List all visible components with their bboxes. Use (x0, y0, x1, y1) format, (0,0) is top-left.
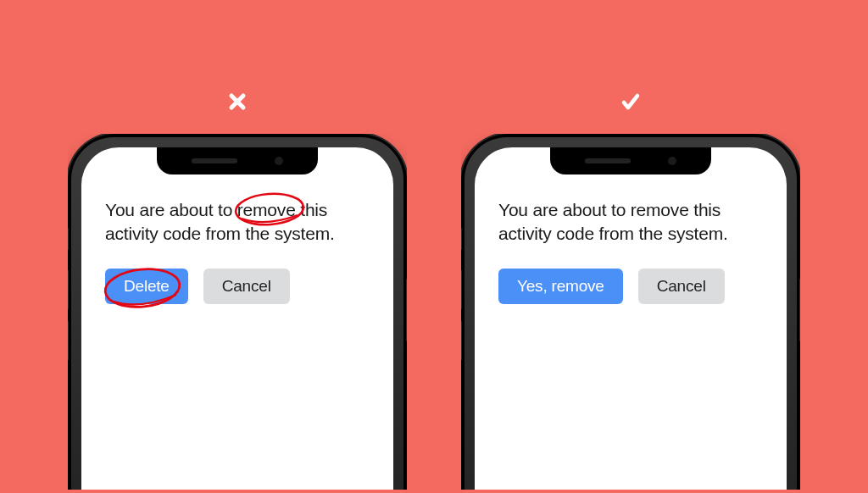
delete-button[interactable]: Delete (105, 269, 188, 304)
phone-mockup-correct: You are about to remove this activity co… (461, 134, 800, 490)
dialog-message: You are about to remove this activity co… (105, 198, 370, 246)
incorrect-mark-icon (228, 85, 247, 119)
confirmation-dialog: You are about to remove this activity co… (498, 198, 763, 304)
dialog-button-row: Delete Cancel (105, 269, 370, 304)
cancel-button[interactable]: Cancel (638, 269, 725, 304)
volume-up-button (461, 269, 462, 310)
camera-icon (668, 157, 676, 165)
phone-screen: You are about to remove this activity co… (475, 147, 787, 490)
volume-up-button (68, 269, 69, 310)
power-button (406, 278, 407, 342)
phone-screen: You are about to remove this activity co… (81, 147, 393, 490)
dialog-message: You are about to remove this activity co… (498, 198, 763, 246)
correct-mark-icon (620, 85, 641, 119)
volume-down-button (461, 320, 462, 361)
yes-remove-button[interactable]: Yes, remove (498, 269, 623, 304)
incorrect-column: You are about to remove this activity co… (68, 85, 407, 490)
power-button (799, 278, 800, 342)
speaker-icon (192, 158, 237, 163)
speaker-icon (585, 158, 631, 163)
phone-notch (550, 147, 711, 174)
cancel-button[interactable]: Cancel (203, 269, 290, 304)
confirmation-dialog: You are about to remove this activity co… (105, 198, 370, 304)
phone-mockup-incorrect: You are about to remove this activity co… (68, 134, 407, 490)
comparison-stage: You are about to remove this activity co… (0, 0, 868, 493)
phone-notch (157, 147, 318, 174)
silence-switch (461, 227, 462, 251)
correct-column: You are about to remove this activity co… (461, 85, 800, 490)
camera-icon (275, 157, 283, 165)
volume-down-button (68, 320, 69, 361)
silence-switch (68, 227, 69, 251)
dialog-button-row: Yes, remove Cancel (498, 269, 763, 304)
